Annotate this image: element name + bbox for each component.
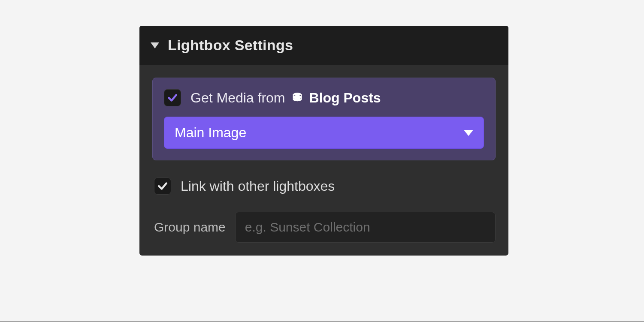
link-with-lightboxes-row: Link with other lightboxes — [152, 178, 496, 195]
media-field-dropdown[interactable]: Main Image — [164, 117, 484, 149]
get-media-label: Get Media from Blog Posts — [190, 90, 381, 106]
get-media-group: Get Media from Blog Posts Main Image — [152, 78, 496, 160]
get-media-row: Get Media from Blog Posts — [164, 89, 484, 106]
chevron-down-icon — [464, 130, 473, 136]
get-media-lead-text: Get Media from — [190, 90, 285, 106]
panel-title: Lightbox Settings — [168, 37, 293, 54]
check-icon — [167, 92, 178, 103]
group-name-row: Group name — [152, 212, 496, 243]
check-icon — [157, 181, 168, 192]
link-with-lightboxes-checkbox[interactable] — [154, 178, 171, 195]
link-with-lightboxes-label: Link with other lightboxes — [181, 178, 335, 194]
group-name-input[interactable] — [235, 212, 496, 243]
panel-body: Get Media from Blog Posts Main Image — [139, 65, 508, 256]
database-icon — [291, 92, 303, 104]
dropdown-selected-label: Main Image — [175, 125, 246, 141]
lightbox-settings-panel: Lightbox Settings Get Media from — [139, 26, 508, 256]
get-media-checkbox[interactable] — [164, 89, 181, 106]
media-source-name: Blog Posts — [309, 90, 381, 106]
panel-header[interactable]: Lightbox Settings — [139, 26, 508, 65]
collapse-triangle-icon — [151, 42, 159, 48]
group-name-label: Group name — [154, 220, 226, 235]
svg-point-2 — [293, 98, 301, 101]
